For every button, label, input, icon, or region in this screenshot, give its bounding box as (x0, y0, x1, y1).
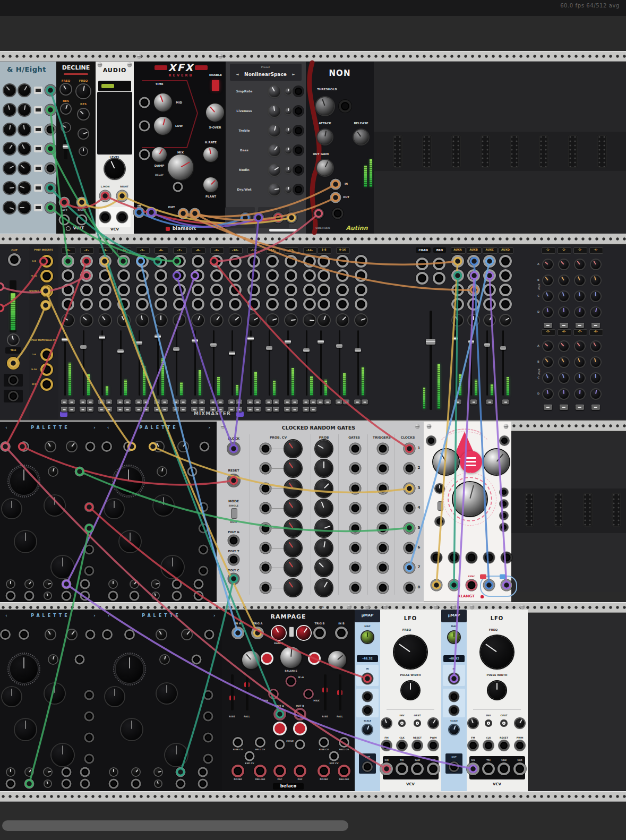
solo-button[interactable] (273, 400, 279, 405)
jack[interactable] (266, 298, 279, 311)
solo-button[interactable] (180, 407, 186, 412)
knob[interactable] (269, 144, 280, 156)
knob[interactable] (45, 593, 51, 599)
jack[interactable] (499, 740, 509, 751)
ofst-button[interactable] (414, 719, 421, 727)
jack[interactable] (378, 562, 389, 573)
knob[interactable] (484, 315, 495, 325)
knob[interactable] (285, 500, 302, 517)
jack[interactable] (286, 676, 297, 687)
knob[interactable] (154, 442, 164, 451)
fader-handle[interactable] (318, 340, 324, 344)
jack[interactable] (228, 535, 239, 546)
jack[interactable] (378, 463, 389, 474)
jack[interactable] (200, 442, 210, 452)
jack[interactable] (203, 754, 213, 764)
fader-track[interactable] (120, 330, 122, 396)
jack[interactable] (99, 255, 112, 268)
matrix-button[interactable] (544, 323, 552, 328)
jack[interactable] (155, 284, 167, 296)
fader-track[interactable] (83, 330, 84, 396)
jack[interactable] (350, 463, 361, 474)
knob[interactable] (559, 276, 569, 285)
jack[interactable] (253, 212, 264, 224)
knob[interactable] (543, 260, 553, 269)
jack[interactable] (231, 765, 244, 777)
fader-track[interactable] (357, 330, 359, 396)
jack[interactable] (247, 298, 260, 311)
solo-button[interactable] (291, 407, 298, 412)
matrix-button[interactable] (560, 323, 568, 328)
jack[interactable] (431, 552, 442, 563)
jack[interactable] (247, 255, 260, 268)
knob[interactable] (105, 159, 125, 179)
knob[interactable] (315, 480, 332, 497)
knob[interactable] (19, 162, 30, 174)
mute-button[interactable] (265, 407, 272, 412)
knob[interactable] (337, 314, 348, 326)
jack[interactable] (260, 503, 271, 514)
knob[interactable] (80, 148, 87, 155)
jack[interactable] (449, 673, 460, 684)
solo-button[interactable] (180, 400, 186, 405)
knob[interactable] (44, 768, 52, 776)
jack[interactable] (131, 779, 141, 789)
solo-button[interactable] (291, 400, 298, 405)
knob[interactable] (157, 630, 166, 639)
mute-button[interactable] (98, 407, 105, 412)
fader-track[interactable] (101, 330, 103, 396)
knob[interactable] (285, 314, 297, 326)
jack[interactable] (99, 269, 112, 282)
jack[interactable] (80, 284, 93, 296)
jack[interactable] (404, 562, 415, 573)
jack[interactable] (204, 630, 215, 640)
knob[interactable] (559, 389, 569, 399)
jack[interactable] (285, 269, 297, 282)
jack[interactable] (501, 552, 512, 563)
mute-button[interactable] (303, 400, 309, 405)
knob[interactable] (591, 260, 601, 269)
jack[interactable] (404, 543, 415, 554)
jack[interactable] (260, 582, 271, 593)
jack[interactable] (173, 255, 186, 268)
jack[interactable] (499, 298, 512, 311)
fader-handle[interactable] (155, 335, 161, 338)
fader-track[interactable] (157, 330, 159, 396)
jack[interactable] (285, 255, 297, 268)
jack[interactable] (381, 740, 392, 751)
jack[interactable] (355, 298, 367, 311)
knob[interactable] (155, 768, 162, 776)
knob[interactable] (248, 314, 260, 326)
jack[interactable] (193, 591, 203, 601)
knob[interactable] (7, 580, 14, 588)
knob[interactable] (203, 177, 218, 192)
jack[interactable] (467, 762, 479, 775)
fader-handle[interactable] (210, 343, 217, 347)
jack[interactable] (336, 298, 349, 311)
fader-track[interactable] (430, 311, 432, 410)
knob[interactable] (428, 718, 438, 728)
knob[interactable] (559, 357, 569, 367)
knob[interactable] (8, 335, 19, 345)
knob[interactable] (269, 105, 280, 117)
knob[interactable] (110, 768, 117, 776)
jack[interactable] (8, 375, 19, 385)
knob[interactable] (79, 129, 88, 139)
jack[interactable] (254, 765, 267, 777)
osc-knob[interactable] (157, 683, 177, 704)
knob[interactable] (449, 725, 459, 734)
jack[interactable] (109, 779, 119, 789)
jack[interactable] (380, 762, 393, 775)
fader-track[interactable] (139, 330, 140, 396)
jack[interactable] (45, 143, 56, 155)
knob[interactable] (394, 636, 427, 668)
jack[interactable] (339, 737, 349, 748)
knob[interactable] (559, 260, 569, 269)
knob[interactable] (363, 725, 372, 734)
knob[interactable] (280, 647, 302, 668)
solo-button[interactable] (68, 407, 75, 412)
knob[interactable] (203, 147, 218, 162)
knob[interactable] (49, 467, 57, 476)
jack[interactable] (363, 706, 373, 716)
jack[interactable] (451, 284, 464, 296)
